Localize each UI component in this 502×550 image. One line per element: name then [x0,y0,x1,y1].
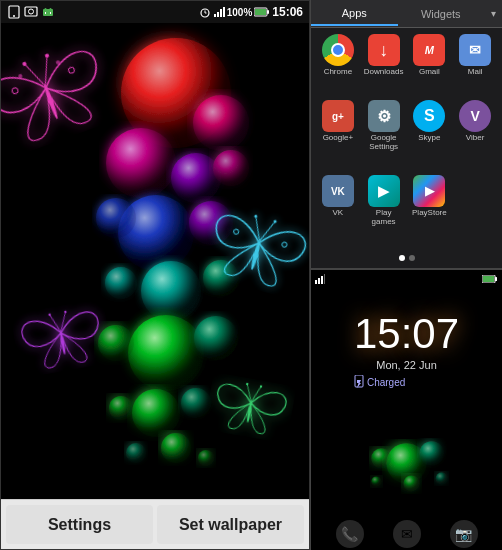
svg-point-1 [13,15,15,17]
app-icon-googlesettings[interactable]: ⚙ Google Settings [363,100,405,171]
tab-apps[interactable]: Apps [311,2,398,26]
app-label-downloads: Downloads [364,68,404,77]
svg-rect-17 [255,9,266,15]
svg-rect-4 [43,9,53,16]
tab-widgets[interactable]: Widgets [398,3,485,25]
svg-rect-69 [324,274,325,284]
app-icon-skype[interactable]: S Skype [409,100,451,171]
dot-1 [399,255,405,261]
app-icon-gmail[interactable]: M Gmail [409,34,451,96]
lock-dock: 📞 ✉ 📷 [311,518,502,550]
alarm-icon [199,6,211,18]
svg-point-39 [198,450,214,466]
signal-icon [213,6,225,18]
app-icon-downloads[interactable]: ↓ Downloads [363,34,405,96]
dot-2 [409,255,415,261]
android-icon [41,5,55,19]
phone-icon [7,5,21,19]
status-time: 15:06 [272,5,303,19]
photo-icon [24,5,38,19]
svg-point-79 [371,476,381,486]
svg-point-24 [213,150,249,186]
lock-phone-button[interactable]: 📞 [336,520,364,548]
svg-rect-12 [214,14,216,17]
status-bar: 100% 15:06 [1,1,309,23]
svg-rect-13 [217,12,219,17]
app-icon-viber[interactable]: V Viber [454,100,496,171]
svg-point-6 [50,8,52,10]
svg-point-31 [128,315,204,391]
right-panel: Apps Widgets ▾ Chrome ↓ Downloads M Gmai… [310,0,502,550]
app-icon-mail[interactable]: ✉ Mail [454,34,496,96]
svg-point-38 [126,443,146,463]
app-label-mail: Mail [468,68,483,77]
svg-point-27 [96,198,136,238]
app-label-playgames: Play games [363,209,405,227]
charging-icon [354,375,364,389]
battery-icon [254,7,270,17]
svg-point-28 [141,261,201,321]
svg-point-29 [203,260,239,296]
svg-point-21 [193,95,249,151]
lock-screen: 15:07 Mon, 22 Jun Charged 📞 ✉ 📷 [311,270,502,550]
svg-rect-18 [267,10,269,14]
app-label-googlesettings: Google Settings [363,134,405,152]
svg-point-34 [132,389,180,437]
svg-rect-68 [321,276,323,284]
lock-camera-button[interactable]: 📷 [450,520,478,548]
app-icon-chrome[interactable]: Chrome [317,34,359,96]
left-panel: 100% 15:06 [0,0,310,550]
svg-point-76 [371,448,391,468]
status-right-info: 100% 15:06 [199,5,303,19]
wallpaper-area [1,23,309,499]
lock-date: Mon, 22 Jun [354,359,459,371]
svg-point-32 [194,316,238,360]
lock-status-bar [311,270,502,288]
lock-battery-icon [482,275,498,283]
tabs-dropdown[interactable]: ▾ [484,8,502,19]
app-label-viber: Viber [466,134,485,143]
lock-network-icon [315,274,325,284]
svg-point-3 [29,9,34,14]
app-drawer: Apps Widgets ▾ Chrome ↓ Downloads M Gmai… [311,0,502,270]
svg-point-36 [109,396,133,420]
app-icon-vk[interactable]: VK VK [317,175,359,246]
svg-point-30 [105,267,137,299]
svg-rect-72 [495,277,497,281]
svg-point-75 [420,441,444,465]
lock-charged: Charged [354,375,459,389]
svg-rect-67 [318,278,320,284]
settings-button[interactable]: Settings [6,505,153,544]
app-icon-googleplus[interactable]: g+ Google+ [317,100,359,171]
app-icon-playgames[interactable]: ▶ Play games [363,175,405,246]
svg-point-78 [436,472,448,484]
svg-rect-14 [220,9,222,17]
svg-rect-15 [223,7,225,17]
set-wallpaper-button[interactable]: Set wallpaper [157,505,304,544]
app-label-playstore: PlayStore [412,209,447,218]
app-label-chrome: Chrome [324,68,352,77]
battery-pct: 100% [227,7,253,18]
wallpaper-svg [1,23,309,499]
svg-point-33 [98,325,134,361]
status-left-icons [7,5,55,19]
lock-time: 15:07 [354,313,459,355]
svg-point-22 [106,128,176,198]
app-grid: Chrome ↓ Downloads M Gmail ✉ Mail g+ Goo… [311,28,502,252]
app-label-googleplus: Google+ [323,134,353,143]
lock-mail-button[interactable]: ✉ [393,520,421,548]
app-label-vk: VK [333,209,344,218]
svg-point-35 [181,388,211,418]
svg-point-37 [161,433,191,463]
app-label-skype: Skype [418,134,440,143]
bottom-bar: Settings Set wallpaper [1,499,309,549]
svg-point-5 [45,8,47,10]
tabs-bar: Apps Widgets ▾ [311,0,502,28]
svg-rect-66 [315,280,317,284]
app-icon-playstore[interactable]: ▶ PlayStore [409,175,451,246]
svg-rect-71 [483,276,494,282]
svg-point-77 [403,475,419,491]
svg-point-26 [189,201,233,245]
svg-rect-2 [25,7,37,16]
page-dots [311,252,502,268]
